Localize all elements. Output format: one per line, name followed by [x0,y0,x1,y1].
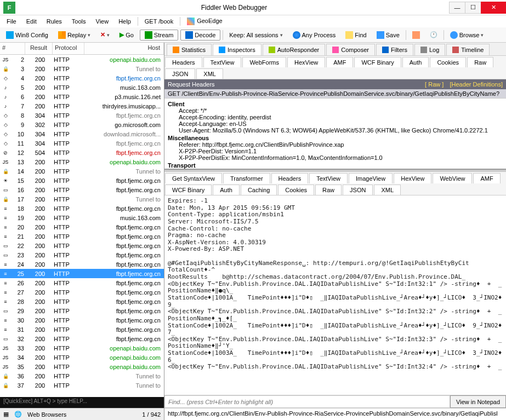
session-row[interactable]: JS 35 200 HTTP openapi.baidu.com [0,362,164,371]
col-result[interactable]: Result [25,43,53,54]
keep-button[interactable]: Keep: All sessions [225,30,286,40]
session-row[interactable]: ☀ 15 200 HTTP fbpt.fjemc.org.cn [0,176,164,185]
resp-tab-cookies[interactable]: Cookies [278,185,314,195]
session-row[interactable]: ♪ 5 200 HTTP music.163.com [0,83,164,92]
resp-tab-get-syntaxview[interactable]: Get SyntaxView [165,173,222,183]
session-row[interactable]: ≡ 25 200 HTTP fbpt.fjemc.org.cn [0,269,164,278]
resp-tab-caching[interactable]: Caching [241,185,277,195]
session-row[interactable]: ≡ 21 200 HTTP fbpt.fjemc.org.cn [0,232,164,241]
resp-tab-transformer[interactable]: Transformer [223,173,270,183]
menu-getbook[interactable]: GET /book [140,17,178,26]
session-row[interactable]: ≡ 24 200 HTTP fbpt.fjemc.org.cn [0,260,164,269]
session-row[interactable]: ♪ 6 200 HTTP p3.music.126.net [0,92,164,101]
req-tab-auth[interactable]: Auth [402,57,429,67]
session-row[interactable]: 🔒 37 200 HTTP Tunnel to [0,381,164,390]
session-row[interactable]: JS 13 200 HTTP openapi.baidu.com [0,157,164,166]
any-process-button[interactable]: Any Process [289,30,340,41]
session-row[interactable]: ≡ 20 200 HTTP fbpt.fjemc.org.cn [0,222,164,232]
req-tab-webforms[interactable]: WebForms [242,57,286,67]
decode-button[interactable]: Decode [180,30,220,41]
tab-composer[interactable]: Composer [326,44,375,55]
resp-tab-auth[interactable]: Auth [213,185,240,195]
timer-button[interactable]: 🕐 [426,30,441,40]
session-row[interactable]: ≡ 27 200 HTTP fbpt.fjemc.org.cn [0,287,164,297]
tab-filters[interactable]: Filters [376,44,413,55]
session-row[interactable]: ▭ 16 200 HTTP fbpt.fjemc.org.cn [0,185,164,194]
tab-statistics[interactable]: Statistics [167,44,212,55]
session-row[interactable]: ◇ 9 302 HTTP go.microsoft.com [0,120,164,129]
session-row[interactable]: JS 34 200 HTTP openapi.baidu.com [0,353,164,362]
req-tab-hexview[interactable]: HexView [287,57,325,67]
req-tab-textview[interactable]: TextView [203,57,242,67]
session-row[interactable]: 🔒 3 200 HTTP Tunnel to [0,64,164,73]
session-row[interactable]: ◇ 11 304 HTTP fbpt.fjemc.org.cn [0,139,164,148]
replay-button[interactable]: Replay [54,30,94,41]
req-tab-headers[interactable]: Headers [165,57,202,67]
session-row[interactable]: ≡ 19 200 HTTP music.163.com [0,213,164,222]
menu-file[interactable]: File [2,17,21,26]
win8-config-button[interactable]: Win8 Config [2,30,52,41]
header-line[interactable]: Accept-Encoding: identity, peerdist [168,114,506,120]
resp-tab-webview[interactable]: WebView [433,173,472,183]
resp-tab-raw[interactable]: Raw [315,185,342,195]
session-row[interactable]: ▭ 29 200 HTTP fbpt.fjemc.org.cn [0,306,164,315]
sessions-list[interactable]: JS 2 200 HTTP openapi.baidu.com🔒 3 200 H… [0,55,164,397]
header-definitions-link[interactable]: [Header Definitions] [450,81,503,88]
menu-view[interactable]: View [92,17,113,26]
session-row[interactable]: ▭ 32 200 HTTP fbpt.fjemc.org.cn [0,334,164,343]
session-row[interactable]: ≡ 31 200 HTTP fbpt.fjemc.org.cn [0,325,164,334]
find-button[interactable]: Find [342,30,370,41]
session-row[interactable]: ◇ 4 200 HTTP fbpt.fjemc.org.cn [0,73,164,83]
req-tab-xml[interactable]: XML [196,68,223,79]
tab-inspectors[interactable]: Inspectors [213,44,261,55]
header-line[interactable]: Accept: */* [168,107,506,114]
resp-tab-wcf-binary[interactable]: WCF Binary [165,185,212,195]
session-row[interactable]: ▭ 23 200 HTTP fbpt.fjemc.org.cn [0,250,164,260]
header-line[interactable]: User-Agent: Mozilla/5.0 (Windows NT 6.3;… [168,127,506,134]
header-line[interactable]: Referer: http://fbpt.fjemc.org.cn/Client… [168,141,506,148]
req-tab-raw[interactable]: Raw [467,57,493,67]
req-tab-cookies[interactable]: Cookies [430,57,466,67]
go-button[interactable]: ▶Go [116,30,138,40]
remove-button[interactable]: ✕ [96,30,113,40]
menu-rules[interactable]: Rules [42,17,66,26]
stream-button[interactable]: Stream [140,30,178,41]
browse-button[interactable]: Browse [446,30,488,41]
session-row[interactable]: ⊘ 12 504 HTTP fbpt.fjemc.org.cn [0,148,164,157]
session-row[interactable]: ≡ 30 200 HTTP fbpt.fjemc.org.cn [0,315,164,325]
session-row[interactable]: 🔒 17 200 HTTP Tunnel to [0,194,164,204]
session-row[interactable]: ≡ 18 200 HTTP fbpt.fjemc.org.cn [0,204,164,213]
find-input[interactable] [164,395,450,408]
req-tab-amf[interactable]: AMF [326,57,353,67]
session-row[interactable]: JS 2 200 HTTP openapi.baidu.com [0,55,164,64]
tab-log[interactable]: Log [414,44,445,55]
session-row[interactable]: 🔒 36 200 HTTP Tunnel to [0,371,164,381]
save-button[interactable]: Save [373,30,403,41]
raw-link[interactable]: [ Raw ] [425,81,444,88]
resp-tab-amf[interactable]: AMF [473,173,500,183]
menu-tools[interactable]: Tools [67,17,90,26]
session-row[interactable]: ≡ 28 200 HTTP fbpt.fjemc.org.cn [0,297,164,306]
minimize-button[interactable]: — [449,2,465,14]
menu-geoedge[interactable]: GeoEdge [183,16,226,26]
session-row[interactable]: 🔒 14 200 HTTP Tunnel to [0,166,164,176]
tab-timeline[interactable]: Timeline [446,44,490,55]
resp-tab-imageview[interactable]: ImageView [349,173,393,183]
req-tab-json[interactable]: JSON [165,68,195,79]
session-row[interactable]: ▭ 22 200 HTTP fbpt.fjemc.org.cn [0,241,164,250]
col-num[interactable]: # [0,43,25,54]
quickexec-bar[interactable]: [QuickExec] ALT+Q > type HELP... [0,397,164,408]
header-line[interactable]: X-P2P-PeerDist: Version=1.1 [168,148,506,154]
resp-tab-hexview[interactable]: HexView [394,173,431,183]
menu-edit[interactable]: Edit [22,17,41,26]
session-row[interactable]: ◇ 10 304 HTTP download.microsoft... [0,129,164,139]
col-host[interactable]: Host [84,43,164,54]
resp-tab-xml[interactable]: XML [374,185,401,195]
session-row[interactable]: ◇ 8 304 HTTP fbpt.fjemc.org.cn [0,111,164,120]
close-button[interactable]: ✕ [481,2,506,14]
header-line[interactable]: X-P2P-PeerDistEx: MinContentInformation=… [168,154,506,161]
session-row[interactable]: ♪ 7 200 HTTP thirdyires.imusicapp... [0,101,164,111]
header-line[interactable]: Accept-Language: en-US [168,120,506,127]
request-headers[interactable]: ClientAccept: */*Accept-Encoding: identi… [164,99,506,170]
maximize-button[interactable]: ☐ [465,2,481,14]
